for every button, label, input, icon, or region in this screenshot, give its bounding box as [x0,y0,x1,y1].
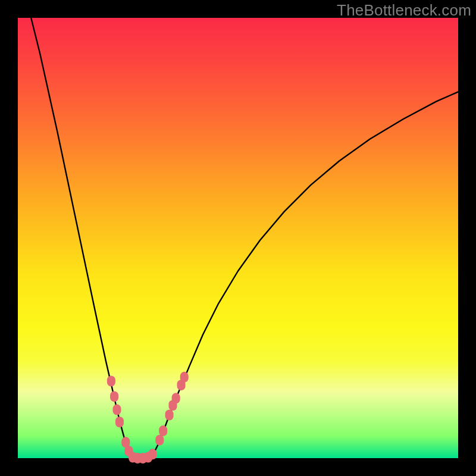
marker-group [107,372,189,464]
data-marker [107,376,115,387]
plot-area [18,18,458,458]
data-marker [148,449,156,459]
data-marker [113,405,121,415]
data-marker [110,391,118,402]
data-marker [165,409,174,420]
data-marker [155,435,164,446]
curve-svg [18,18,458,458]
bottleneck-curve [31,18,458,458]
watermark-text: TheBottleneck.com [337,1,471,20]
chart-frame: TheBottleneck.com [0,0,476,476]
data-marker [115,416,124,427]
data-marker [172,393,180,403]
data-marker [180,372,189,383]
data-marker [159,425,167,436]
